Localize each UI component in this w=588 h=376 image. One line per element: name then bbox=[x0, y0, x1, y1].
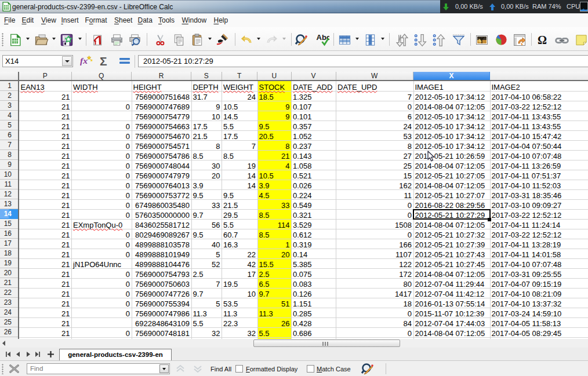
svg-text:fx: fx bbox=[80, 56, 88, 65]
svg-text:Ω: Ω bbox=[538, 33, 547, 46]
svg-text:Σ: Σ bbox=[100, 54, 107, 68]
